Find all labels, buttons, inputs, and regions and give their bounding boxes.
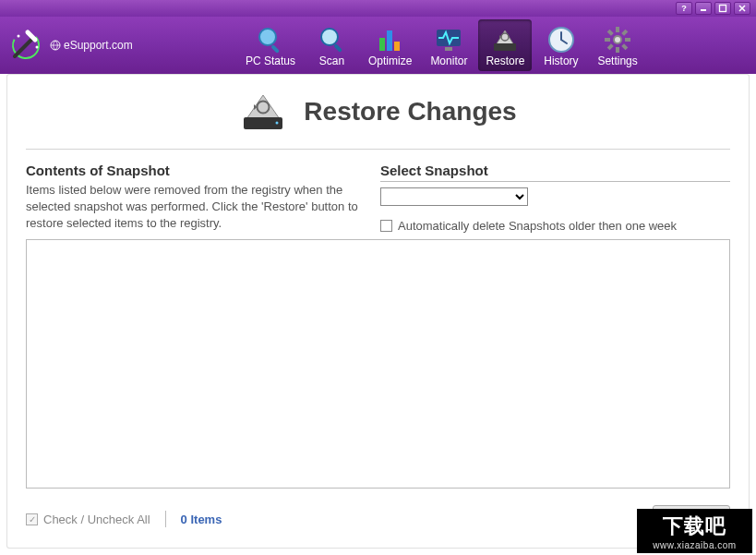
select-snapshot-heading: Select Snapshot bbox=[380, 163, 730, 182]
check-all-checkbox[interactable]: ✓ bbox=[26, 513, 38, 525]
page-title: Restore Changes bbox=[304, 97, 516, 127]
nav-scan[interactable]: Scan bbox=[306, 19, 357, 71]
svg-rect-15 bbox=[445, 47, 452, 51]
svg-rect-2 bbox=[720, 6, 726, 12]
nav-label: History bbox=[544, 54, 578, 67]
nav-settings[interactable]: Settings bbox=[590, 19, 644, 71]
svg-rect-25 bbox=[607, 43, 614, 50]
svg-rect-8 bbox=[270, 44, 280, 54]
scan-magnifier-icon bbox=[318, 25, 347, 54]
svg-rect-23 bbox=[625, 38, 630, 42]
watermark-text: 下载吧 bbox=[663, 513, 726, 540]
app-subtitle: eSupport.com bbox=[50, 39, 133, 52]
auto-delete-checkbox[interactable] bbox=[380, 220, 392, 232]
main-panel: Restore Changes Contents of Snapshot Ite… bbox=[6, 74, 750, 549]
minimize-button[interactable] bbox=[695, 2, 712, 15]
maximize-button[interactable] bbox=[714, 2, 731, 15]
svg-text:?: ? bbox=[681, 4, 687, 13]
snapshot-dropdown[interactable] bbox=[380, 187, 528, 206]
svg-rect-24 bbox=[621, 30, 628, 36]
watermark-url: www.xiazaiba.com bbox=[653, 540, 736, 550]
snapshot-items-list[interactable] bbox=[26, 239, 730, 489]
check-all-toggle[interactable]: ✓ Check / Uncheck All bbox=[26, 513, 150, 526]
nav-label: PC Status bbox=[246, 54, 295, 67]
svg-rect-22 bbox=[605, 38, 610, 42]
svg-rect-27 bbox=[621, 43, 628, 50]
svg-point-4 bbox=[18, 35, 20, 38]
nav-history[interactable]: History bbox=[535, 19, 586, 71]
contents-description: Items listed below were removed from the… bbox=[26, 182, 358, 233]
svg-rect-1 bbox=[701, 9, 706, 11]
clock-icon bbox=[546, 25, 576, 54]
footer: ✓ Check / Uncheck All 0 Items Print bbox=[26, 505, 730, 533]
nav-label: Monitor bbox=[430, 54, 467, 67]
globe-icon bbox=[50, 40, 61, 51]
nav-restore[interactable]: Restore bbox=[478, 19, 532, 71]
help-button[interactable]: ? bbox=[676, 2, 692, 15]
nav-monitor[interactable]: Monitor bbox=[423, 19, 474, 71]
svg-point-31 bbox=[276, 122, 279, 125]
restore-drive-icon bbox=[490, 25, 520, 54]
svg-rect-11 bbox=[379, 38, 385, 51]
restore-large-icon bbox=[239, 91, 287, 132]
svg-rect-13 bbox=[394, 42, 400, 51]
svg-rect-12 bbox=[387, 30, 392, 51]
svg-rect-20 bbox=[616, 27, 619, 32]
main-nav: PC Status Scan Optimize Monitor Restore bbox=[238, 19, 645, 71]
auto-delete-label: Automatically delete Snapshots older the… bbox=[398, 219, 677, 233]
svg-point-9 bbox=[321, 29, 338, 45]
svg-rect-10 bbox=[333, 43, 342, 53]
bars-icon bbox=[376, 25, 405, 54]
watermark: 下载吧 www.xiazaiba.com bbox=[637, 509, 752, 553]
page-header: Restore Changes bbox=[7, 75, 749, 143]
nav-optimize[interactable]: Optimize bbox=[361, 19, 419, 71]
nav-label: Settings bbox=[597, 54, 637, 67]
svg-point-5 bbox=[36, 46, 39, 49]
app-logo: RegistryWizard® eSupport.com bbox=[7, 27, 215, 64]
app-header: RegistryWizard® eSupport.com PC Status S… bbox=[0, 17, 756, 74]
item-count: 0 Items bbox=[181, 513, 222, 526]
nav-label: Scan bbox=[319, 54, 344, 67]
svg-rect-16 bbox=[494, 43, 516, 51]
check-all-label: Check / Uncheck All bbox=[43, 513, 150, 526]
svg-point-7 bbox=[259, 29, 276, 45]
contents-heading: Contents of Snapshot bbox=[26, 163, 358, 178]
svg-point-28 bbox=[615, 37, 620, 42]
svg-rect-21 bbox=[616, 47, 619, 53]
nav-pc-status[interactable]: PC Status bbox=[238, 19, 303, 71]
monitor-icon bbox=[434, 25, 463, 54]
nav-label: Restore bbox=[486, 54, 524, 67]
nav-label: Optimize bbox=[368, 54, 412, 67]
svg-rect-26 bbox=[607, 30, 614, 36]
wand-icon bbox=[7, 27, 44, 64]
gear-icon bbox=[603, 25, 632, 54]
window-titlebar: ? bbox=[0, 0, 756, 17]
magnifier-icon bbox=[256, 25, 285, 54]
close-button[interactable] bbox=[734, 2, 750, 15]
divider bbox=[165, 511, 166, 527]
